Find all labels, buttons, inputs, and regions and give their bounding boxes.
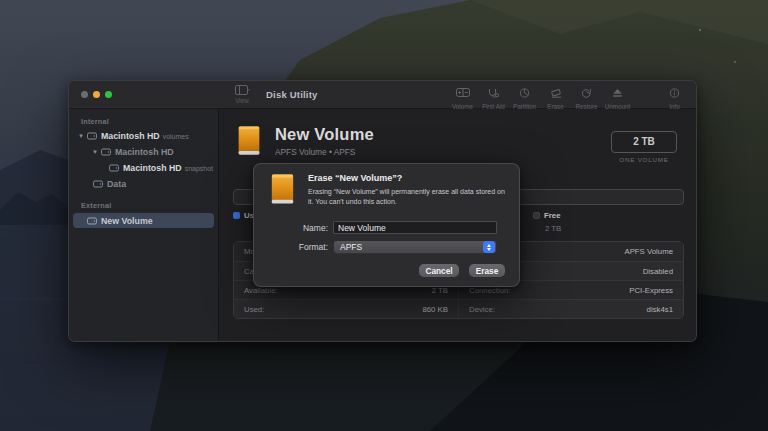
erase-button[interactable]: Erase: [469, 264, 505, 277]
sidebar-item-macintosh-hd[interactable]: ▾ Macintosh HD: [69, 144, 218, 160]
sidebar-section-internal: Internal: [69, 114, 218, 128]
drive-icon: [101, 148, 111, 156]
toolbar-actions: Volume First Aid Partition Erase: [447, 84, 690, 110]
sidebar-item-macintosh-hd-snapshot[interactable]: Macintosh HD snapshot: [69, 160, 218, 176]
info-icon: [669, 84, 680, 102]
volume-header: New Volume APFS Volume • APFS: [233, 125, 374, 162]
orange-drive-icon: [233, 125, 265, 162]
sidebar: Internal ▾ Macintosh HD volumes ▾ Macint…: [69, 109, 219, 341]
name-input[interactable]: [333, 221, 497, 234]
connection-value: PCI-Express: [629, 286, 673, 295]
sidebar-item-data[interactable]: Data: [69, 176, 218, 192]
toolbar-erase-button[interactable]: Erase: [540, 84, 571, 110]
toolbar-unmount-button[interactable]: Unmount: [602, 84, 633, 110]
cancel-button[interactable]: Cancel: [419, 264, 459, 277]
format-dropdown[interactable]: APFS: [333, 240, 497, 254]
format-selected-value: APFS: [334, 242, 362, 252]
type-value: APFS Volume: [624, 247, 673, 256]
sidebar-item-new-volume-selected[interactable]: New Volume: [73, 213, 214, 228]
sidebar-section-external: External: [69, 198, 218, 212]
partition-icon: [519, 84, 530, 102]
drive-icon: [87, 132, 97, 140]
dialog-title: Erase “New Volume”?: [308, 173, 507, 183]
erase-icon: [550, 84, 562, 102]
capacity-badge-subtitle: ONE VOLUME: [611, 156, 677, 163]
device-value: disk4s1: [647, 305, 673, 314]
window-toolbar: View Disk Utility Volume First Aid Par: [69, 81, 696, 109]
restore-icon: [581, 84, 592, 102]
view-button[interactable]: View: [227, 85, 257, 104]
device-label: Device:: [469, 305, 495, 314]
sidebar-item-macintosh-hd-volumes[interactable]: ▾ Macintosh HD volumes: [69, 128, 218, 144]
table-row: Used: 860 KB Device: disk4s1: [234, 299, 683, 318]
volume-subtitle: APFS Volume • APFS: [275, 147, 374, 157]
toolbar-restore-button[interactable]: Restore: [571, 84, 602, 110]
zoom-button[interactable]: [105, 91, 112, 98]
toolbar-volume-button[interactable]: Volume: [447, 84, 478, 110]
add-volume-icon: [456, 84, 470, 102]
minimize-button[interactable]: [93, 91, 100, 98]
name-label: Name:: [266, 223, 328, 233]
format-label: Format:: [266, 242, 328, 252]
disclosure-triangle-icon[interactable]: ▾: [91, 148, 99, 156]
toolbar-info-button[interactable]: Info: [659, 84, 690, 110]
first-aid-icon: [488, 84, 499, 102]
owners-value: Disabled: [643, 267, 673, 276]
window-title: Disk Utility: [266, 89, 318, 100]
sidebar-view-icon: [227, 85, 257, 95]
view-button-label: View: [227, 97, 257, 104]
erase-dialog: Erase “New Volume”? Erasing “New Volume”…: [253, 163, 520, 287]
eject-icon: [612, 84, 623, 102]
drive-icon: [87, 217, 97, 225]
used-label: Used:: [244, 305, 264, 314]
dialog-body-text: Erasing “New Volume” will permanently er…: [308, 187, 507, 207]
free-swatch: [533, 212, 540, 219]
traffic-lights: [81, 91, 112, 98]
orange-drive-icon: [266, 173, 299, 211]
dropdown-stepper-icon: [483, 241, 495, 253]
legend-free-value: 2 TB: [545, 224, 561, 233]
toolbar-first-aid-button[interactable]: First Aid: [478, 84, 509, 110]
disclosure-triangle-icon[interactable]: ▾: [77, 132, 85, 140]
toolbar-partition-button[interactable]: Partition: [509, 84, 540, 110]
capacity-badge[interactable]: 2 TB: [611, 131, 677, 153]
used-value: 860 KB: [422, 305, 448, 314]
legend-free: Free: [533, 211, 560, 220]
close-button[interactable]: [81, 91, 88, 98]
used-swatch: [233, 212, 240, 219]
drive-icon: [93, 180, 103, 188]
volume-title: New Volume: [275, 125, 374, 144]
drive-icon: [109, 164, 119, 172]
